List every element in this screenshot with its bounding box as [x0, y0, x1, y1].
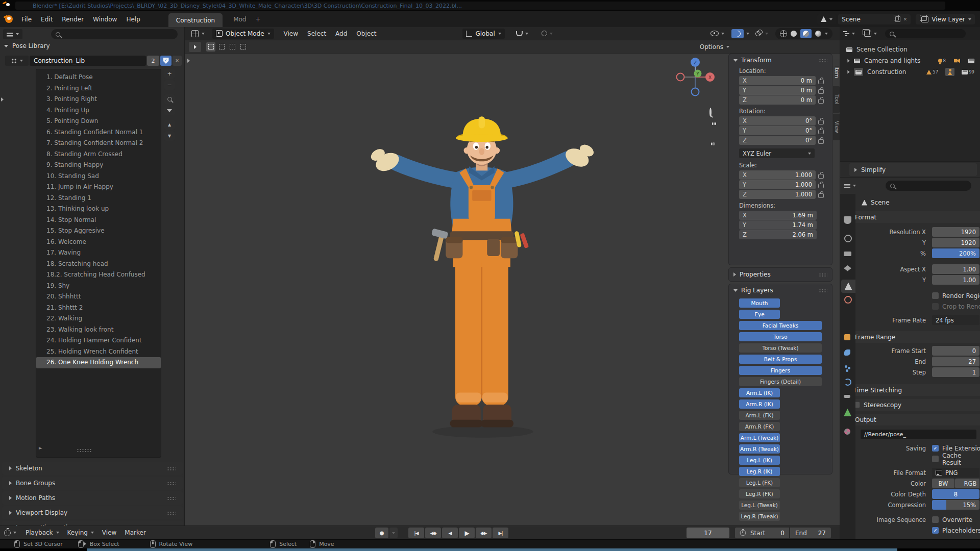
menu-item[interactable]: Window — [88, 16, 121, 23]
aspect-x-field[interactable]: 1.00 — [932, 264, 979, 274]
rig-layer-button[interactable]: Leg.L (IK) — [739, 456, 780, 465]
resolution-y-field[interactable]: 1920 — [932, 238, 979, 247]
pose-library-header[interactable]: Pose Library — [4, 42, 50, 49]
outliner-row-scene-collection[interactable]: Scene Collection — [846, 44, 976, 55]
rig-layer-button[interactable]: Belt & Props — [739, 355, 822, 364]
material-preview-icon[interactable] — [803, 31, 809, 37]
tab-particles-icon[interactable] — [845, 365, 847, 368]
select-intersect-icon[interactable] — [238, 42, 248, 52]
axis-value-field[interactable]: Y 0° — [739, 126, 816, 135]
view-layer-selector[interactable]: View Layer — [916, 14, 975, 24]
lock-icon[interactable] — [818, 120, 824, 124]
viewport-menu-item[interactable]: Select — [303, 30, 331, 37]
tab-render-icon[interactable] — [844, 235, 852, 242]
snap-toggle-icon[interactable] — [516, 31, 523, 36]
tab-world-icon[interactable] — [844, 296, 852, 304]
lock-icon[interactable] — [818, 139, 824, 144]
chevron-down-icon[interactable] — [525, 33, 528, 35]
menu-item[interactable]: Render — [57, 16, 88, 23]
pose-list-item[interactable]: 18.2. Scratching Head Confused — [36, 269, 161, 281]
viewport-menu-item[interactable]: Object — [352, 30, 381, 37]
pose-list-item[interactable]: 24. Holding Hammer Confident — [36, 335, 161, 346]
viewport-menu-item[interactable]: Add — [331, 30, 352, 37]
add-workspace-button[interactable]: + — [251, 16, 265, 23]
filter-poses-button[interactable] — [164, 106, 175, 115]
gizmo-neg-z-axis[interactable] — [692, 88, 699, 96]
menu-item[interactable]: Edit — [36, 16, 57, 23]
resolution-percent-slider[interactable]: 200% — [932, 248, 979, 258]
rig-layer-button[interactable]: Arm.R (IK) — [739, 399, 780, 409]
color-rgb-button[interactable]: RGB — [955, 479, 979, 488]
prev-keyframe-button[interactable]: ◀◆ — [425, 528, 441, 538]
axis-value-field[interactable]: Y 1.74 m — [739, 220, 817, 230]
expand-icon[interactable] — [847, 59, 849, 63]
pose-lib-name-field[interactable]: Construction_Lib — [30, 56, 146, 66]
time-stretching-panel-header[interactable]: Time Stretching — [855, 384, 980, 396]
character-3d-model[interactable] — [360, 97, 635, 449]
compression-slider[interactable]: 15% — [932, 500, 979, 510]
format-panel-header[interactable]: Format — [855, 211, 980, 223]
frame-start-field[interactable]: Start 0 — [735, 528, 789, 538]
keying-dropdown[interactable] — [389, 528, 398, 538]
workspace-tab-active[interactable]: Construction — [168, 13, 223, 27]
frame-range-field[interactable]: 1 — [932, 367, 979, 377]
chevron-down-icon[interactable] — [550, 33, 553, 35]
axis-value-field[interactable]: Z 0° — [739, 136, 816, 145]
proportional-edit-icon[interactable] — [542, 31, 547, 36]
editor-type-button[interactable] — [3, 29, 22, 39]
stereoscopy-panel-header[interactable]: Stereoscopy — [855, 399, 980, 411]
axis-value-field[interactable]: Y 0 m — [739, 86, 816, 95]
tab-physics-icon[interactable] — [844, 379, 851, 386]
display-mode-button[interactable] — [862, 31, 877, 37]
gizmo-toggle[interactable] — [731, 29, 749, 38]
close-icon[interactable]: ✕ — [903, 17, 908, 22]
render-region-checkbox[interactable] — [932, 292, 939, 299]
blender-menu-icon[interactable] — [5, 15, 13, 23]
tab-modifiers-icon[interactable] — [844, 349, 850, 356]
navigation-gizmo[interactable]: Z X Y — [674, 56, 717, 98]
frame-end-field[interactable]: End 27 — [790, 528, 831, 538]
options-dropdown[interactable]: Options — [700, 43, 729, 51]
color-depth-button[interactable]: 8 — [932, 489, 979, 499]
rotation-mode-dropdown[interactable]: XYZ Euler — [739, 148, 815, 158]
lock-icon[interactable] — [818, 80, 824, 84]
crop-to-render-checkbox[interactable] — [932, 303, 939, 310]
apply-pose-button[interactable]: ► — [39, 445, 42, 450]
cache-result-checkbox[interactable] — [932, 456, 939, 462]
select-subtract-icon[interactable] — [228, 42, 237, 52]
pose-list-item[interactable]: 20. Shhhttt — [36, 291, 161, 303]
frame-range-panel-header[interactable]: Frame Range — [855, 331, 980, 343]
pose-list-item[interactable]: 8. Standing Arm Crossed — [36, 149, 161, 160]
tab-output-icon[interactable] — [844, 252, 851, 256]
rig-layer-button[interactable]: Torso — [739, 332, 822, 341]
rig-layer-button[interactable]: Arm.L (IK) — [739, 388, 780, 397]
lock-icon[interactable] — [818, 193, 824, 198]
editor-type-button[interactable] — [188, 29, 208, 39]
move-pose-up-button[interactable]: ▲ — [164, 120, 175, 130]
pose-list-item[interactable]: 7. Standing Confident Normal 2 — [36, 138, 161, 149]
select-extend-icon[interactable] — [217, 42, 226, 52]
rig-layer-button[interactable]: Leg.L (FK) — [739, 478, 780, 487]
jump-to-end-button[interactable]: ▶| — [493, 528, 508, 538]
tab-object-data-icon[interactable] — [844, 409, 851, 416]
unlink-button[interactable]: ✕ — [173, 56, 182, 66]
axis-value-field[interactable]: X 0° — [739, 116, 816, 126]
lock-icon[interactable] — [818, 130, 824, 134]
zoom-viewport-icon[interactable] — [709, 108, 712, 117]
orientation-dropdown[interactable]: Global — [462, 29, 504, 39]
editor-type-button[interactable] — [4, 530, 16, 536]
collapsed-panel-header[interactable]: Inverse Kinematics — [2, 521, 183, 525]
rig-layer-button[interactable]: Fingers (Detail) — [739, 377, 822, 386]
stereoscopy-checkbox[interactable] — [855, 402, 860, 408]
add-pose-button[interactable]: + — [164, 69, 175, 79]
overlays-toggle[interactable] — [755, 31, 768, 36]
playback-menu[interactable]: Playback — [21, 529, 63, 536]
color-bw-button[interactable]: BW — [932, 479, 954, 488]
axis-value-field[interactable]: Y 1.000 — [739, 180, 816, 189]
transform-panel-header[interactable]: Transform — [729, 54, 832, 66]
axis-value-field[interactable]: X 1.000 — [739, 170, 816, 180]
rig-layer-button[interactable]: Arm.R (FK) — [739, 422, 780, 431]
output-path-field[interactable]: //Render/pose_ — [861, 430, 976, 439]
tab-object-icon[interactable] — [844, 334, 850, 340]
rig-layer-button[interactable]: Arm.L (FK) — [739, 411, 780, 420]
